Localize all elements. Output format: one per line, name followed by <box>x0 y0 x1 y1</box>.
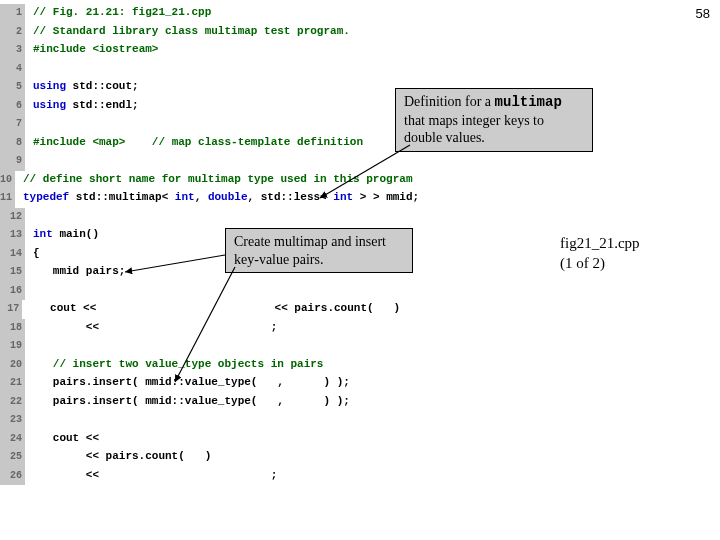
callout-multimap-definition: Definition for a multimap that maps inte… <box>395 88 593 152</box>
callout-create-insert: Create multimap and insert key-value pai… <box>225 228 413 273</box>
code-line: // Fig. 21.21: fig21_21.cpp <box>33 6 211 18</box>
side-file-label: fig21_21.cpp (1 of 2) <box>560 234 640 273</box>
code-line: // Standard library class multimap test … <box>33 25 350 37</box>
page-number: 58 <box>696 6 710 21</box>
